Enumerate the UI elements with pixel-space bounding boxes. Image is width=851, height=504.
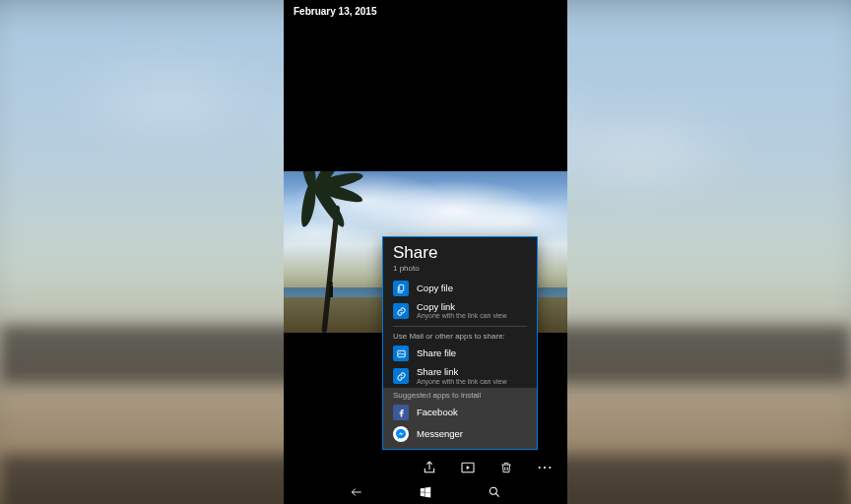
trash-icon (499, 460, 513, 475)
slideshow-button[interactable] (459, 459, 477, 476)
svg-rect-5 (399, 284, 404, 290)
share-subtitle: 1 photo (393, 264, 527, 273)
copy-link-desc: Anyone with the link can view (417, 312, 527, 320)
facebook-label: Facebook (417, 408, 527, 417)
copy-link-icon (393, 303, 409, 319)
facebook-icon (393, 405, 409, 420)
apps-section-label: Use Mail or other apps to share: (383, 329, 537, 343)
svg-point-3 (549, 467, 551, 469)
back-arrow-icon (349, 485, 364, 499)
share-button[interactable] (421, 459, 438, 476)
share-link-desc: Anyone with the link can view (417, 378, 527, 386)
share-link-label: Share link (417, 367, 527, 377)
copy-file-label: Copy file (417, 284, 527, 293)
messenger-icon (393, 426, 409, 442)
share-file-icon (393, 346, 409, 361)
share-header: Share 1 photo (383, 237, 537, 278)
share-file-label: Share file (417, 348, 527, 358)
share-link-row[interactable]: Share link Anyone with the link can view (383, 364, 537, 388)
copy-link-row[interactable]: Copy link Anyone with the link can view (383, 299, 537, 323)
person-silhouette (329, 285, 333, 297)
suggested-section: Suggested apps to install Facebook Messe… (383, 388, 537, 449)
system-nav-bar (284, 480, 567, 504)
suggested-label: Suggested apps to install (383, 388, 537, 402)
svg-point-4 (490, 487, 496, 494)
delete-button[interactable] (497, 459, 515, 476)
facebook-row[interactable]: Facebook (383, 402, 537, 423)
ellipsis-icon (537, 466, 553, 470)
palm-tree (297, 179, 376, 333)
photo-date: February 13, 2015 (294, 6, 377, 17)
search-icon (488, 485, 501, 499)
divider (393, 326, 527, 327)
svg-point-1 (539, 467, 541, 469)
messenger-label: Messenger (417, 429, 527, 439)
title-bar: February 13, 2015 (284, 0, 567, 23)
windows-icon (419, 485, 432, 499)
copy-link-label: Copy link (417, 302, 527, 312)
share-link-icon (393, 368, 409, 384)
nav-back[interactable] (348, 483, 365, 501)
nav-search[interactable] (486, 483, 503, 501)
copy-file-icon (393, 281, 409, 296)
more-button[interactable] (536, 459, 554, 476)
svg-point-2 (544, 467, 546, 469)
copy-file-row[interactable]: Copy file (383, 278, 537, 299)
share-icon (422, 460, 437, 475)
share-panel: Share 1 photo Copy file Copy link Anyone… (382, 236, 538, 450)
app-bar (284, 455, 567, 480)
share-file-row[interactable]: Share file (383, 343, 537, 364)
share-title: Share (393, 243, 527, 263)
slideshow-icon (460, 460, 476, 475)
messenger-row[interactable]: Messenger (383, 423, 537, 445)
nav-start[interactable] (417, 483, 434, 501)
